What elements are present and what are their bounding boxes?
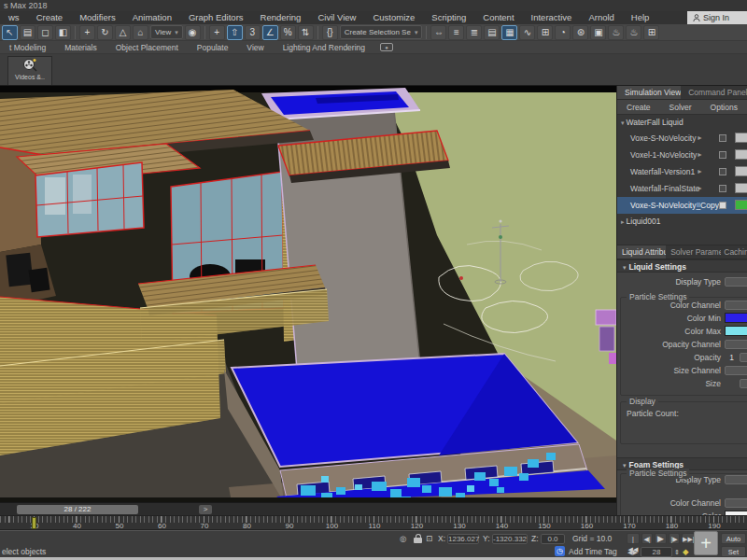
row-checkbox[interactable]: [719, 202, 726, 209]
set-key-button[interactable]: Set Key: [721, 546, 746, 557]
rollout-liquid-settings[interactable]: ▾Liquid Settings: [617, 259, 747, 273]
select-and-place-icon[interactable]: ⌂: [133, 25, 148, 40]
collapse-arrow-icon[interactable]: ▸: [621, 218, 625, 225]
next-frame-button[interactable]: |▶: [669, 533, 680, 544]
select-by-name-icon[interactable]: ▤: [20, 25, 35, 40]
menu-ws[interactable]: ws: [0, 11, 28, 24]
row-checkbox[interactable]: [719, 134, 726, 142]
opacity-channel-dropdown[interactable]: [725, 340, 747, 349]
menu-rendering[interactable]: Rendering: [252, 11, 310, 24]
size-channel-dropdown[interactable]: [725, 366, 747, 375]
row-color-chip[interactable]: [735, 200, 747, 210]
select-and-move-icon[interactable]: +: [79, 25, 95, 40]
list-item[interactable]: Waterfall-FinalState ►: [617, 180, 747, 197]
coord-y-field[interactable]: -1320.332: [492, 534, 528, 544]
list-item[interactable]: Voxe-S-NoVelocity ►: [617, 130, 747, 147]
curve-editor-icon[interactable]: ∿: [519, 25, 535, 40]
spinner-snap-toggle-icon[interactable]: ⇅: [298, 25, 314, 40]
schematic-view-icon[interactable]: ⊞: [537, 25, 553, 40]
videos-toolbar-tab[interactable]: Videos &..: [7, 56, 52, 85]
percent-snap-toggle-icon[interactable]: %: [280, 25, 296, 40]
material-editor-icon[interactable]: ◔: [555, 25, 571, 40]
color-min-swatch[interactable]: [725, 313, 747, 323]
list-item-selected[interactable]: Voxe-S-NoVelocity_Copy II: [617, 197, 747, 214]
timeline-playhead[interactable]: [32, 517, 36, 529]
selection-lock-icon[interactable]: [414, 534, 422, 543]
tree-item-waterfall-liquid[interactable]: ▾WaterFall Liquid: [617, 115, 747, 130]
menu-options[interactable]: Options: [701, 103, 747, 112]
menu-arnold[interactable]: Arnold: [580, 11, 622, 24]
row-checkbox[interactable]: [719, 168, 726, 175]
ribbon-tab-populate[interactable]: Populate: [188, 43, 238, 52]
rendered-frame-window-icon[interactable]: ▣: [590, 25, 606, 40]
display-type-dropdown[interactable]: [725, 277, 747, 287]
coord-x-field[interactable]: 1236.027: [447, 534, 479, 544]
autodesk-app-store-icon[interactable]: ⊞: [643, 25, 659, 40]
track-bar[interactable]: 28 / 222 >: [0, 502, 616, 515]
play-state-icon[interactable]: ►: [697, 147, 703, 163]
row-color-chip[interactable]: [735, 149, 747, 160]
edit-named-selection-sets-icon[interactable]: {}: [322, 25, 338, 40]
sign-in-button[interactable]: Sign In: [687, 11, 747, 24]
ribbon-tab-object-placement[interactable]: Object Placement: [106, 43, 188, 52]
go-to-start-button[interactable]: |◀◀: [627, 533, 640, 544]
render-production-icon[interactable]: ♨: [608, 25, 624, 40]
menu-graph-editors[interactable]: Graph Editors: [180, 11, 252, 24]
menu-animation[interactable]: Animation: [124, 11, 180, 24]
render-setup-icon[interactable]: ⊛: [572, 25, 588, 40]
set-keys-plus-button[interactable]: +: [694, 531, 718, 555]
toggle-ribbon-icon[interactable]: ▦: [501, 25, 517, 40]
select-and-rotate-icon[interactable]: ↻: [97, 25, 113, 40]
current-frame-field[interactable]: 28: [641, 547, 672, 557]
go-to-end-button[interactable]: ▶▶|: [682, 533, 695, 544]
row-checkbox[interactable]: [719, 185, 726, 192]
named-selection-sets-dropdown[interactable]: Create Selection Se▾: [340, 25, 423, 39]
next-frame-button[interactable]: >: [199, 505, 212, 514]
absolute-mode-icon[interactable]: ⊡: [426, 533, 432, 545]
tab-simulation-view[interactable]: Simulation View: [617, 86, 681, 99]
menu-create[interactable]: Create: [617, 103, 660, 112]
menu-modifiers[interactable]: Modifiers: [71, 11, 124, 24]
color-channel-dropdown[interactable]: [725, 301, 747, 310]
play-state-icon[interactable]: ►: [697, 130, 703, 147]
menu-customize[interactable]: Customize: [364, 11, 423, 24]
toggle-scene-explorer-icon[interactable]: ≣: [466, 25, 482, 40]
tab-liquid-attributes[interactable]: Liquid Attributes: [617, 245, 666, 259]
color-max-swatch[interactable]: [725, 326, 747, 336]
play-state-icon[interactable]: ►: [697, 163, 703, 180]
use-pivot-point-center-icon[interactable]: ◉: [185, 25, 201, 40]
select-and-scale-icon[interactable]: △: [115, 25, 131, 40]
menu-help[interactable]: Help: [623, 11, 658, 24]
row-color-chip[interactable]: [735, 166, 747, 176]
menu-scripting[interactable]: Scripting: [423, 11, 474, 24]
ribbon-tab-t-modeling[interactable]: t Modeling: [0, 43, 55, 52]
coord-z-field[interactable]: 0.0: [541, 534, 565, 544]
align-icon[interactable]: ≡: [448, 25, 464, 40]
rectangular-selection-region-icon[interactable]: ◻: [37, 25, 53, 40]
mirror-icon[interactable]: ⇔: [430, 25, 446, 40]
menu-civil-view[interactable]: Civil View: [309, 11, 364, 24]
ribbon-tab-view[interactable]: View: [237, 43, 273, 52]
size-spinner[interactable]: [740, 379, 747, 388]
list-item[interactable]: Voxel-1-NoVelocity ►: [617, 147, 747, 163]
select-and-manipulate-icon[interactable]: +: [209, 25, 225, 40]
time-tag-icon[interactable]: ◷: [555, 546, 565, 556]
viewport[interactable]: [0, 86, 616, 502]
tab-command-panel[interactable]: Command Panel: [681, 86, 747, 99]
toggle-layer-explorer-icon[interactable]: ▤: [484, 25, 500, 40]
pause-state-icon[interactable]: II: [697, 197, 700, 214]
render-in-cloud-icon[interactable]: ♨: [626, 25, 641, 40]
expand-arrow-icon[interactable]: ▾: [621, 119, 625, 126]
play-button[interactable]: ▶: [655, 533, 667, 544]
menu-interactive[interactable]: Interactive: [523, 11, 581, 24]
timeline-ruler[interactable]: 3040506070809010011012013014015016017018…: [0, 515, 747, 530]
camera-icon[interactable]: ●: [380, 43, 393, 51]
ribbon-tab-lighting-and-rendering[interactable]: Lighting And Rendering: [274, 43, 374, 52]
list-item[interactable]: Waterfall-Version1 ►: [617, 163, 747, 180]
ribbon-tab-materials[interactable]: Materials: [55, 43, 106, 52]
select-object-icon[interactable]: ↖: [2, 25, 18, 40]
snaps-toggle-3d-icon[interactable]: 3: [245, 25, 261, 40]
menu-content[interactable]: Content: [474, 11, 522, 24]
auto-key-button[interactable]: Auto Key: [721, 533, 746, 544]
window-crossing-toggle-icon[interactable]: ◧: [55, 25, 71, 40]
